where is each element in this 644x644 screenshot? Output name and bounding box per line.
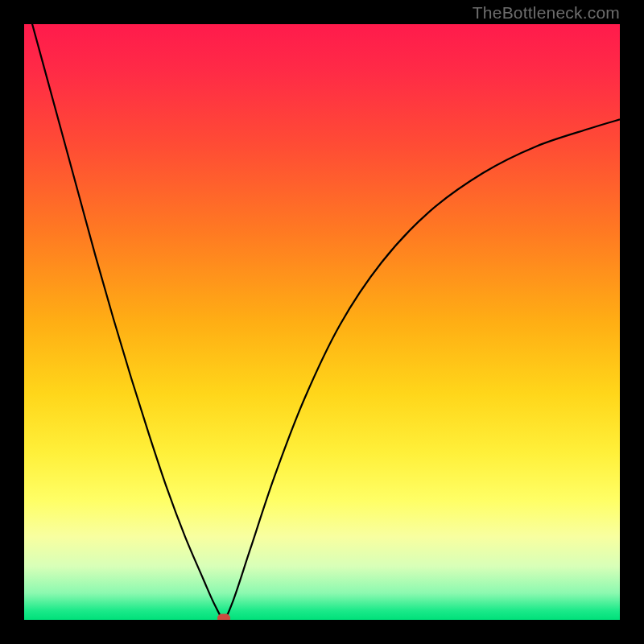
plot-area [24,24,620,620]
chart-frame: TheBottleneck.com [0,0,644,644]
watermark-text: TheBottleneck.com [473,3,620,23]
bottleneck-curve [24,24,620,620]
optimal-point-marker [217,613,230,620]
